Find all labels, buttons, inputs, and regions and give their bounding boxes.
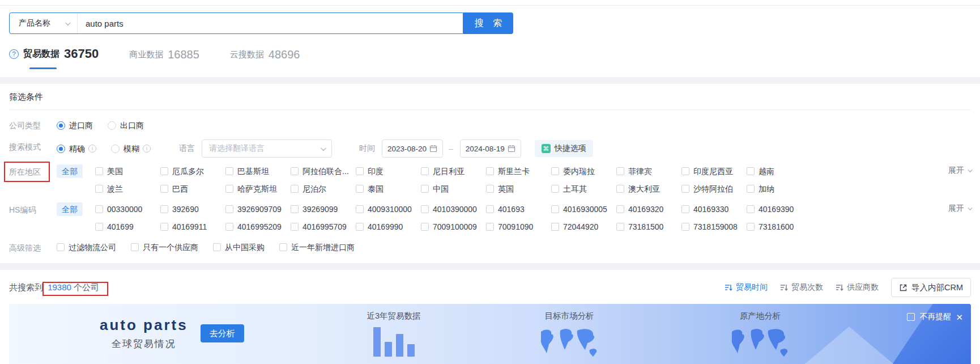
region-checkbox[interactable]: 厄瓜多尔: [160, 164, 225, 178]
region-checkbox[interactable]: 哈萨克斯坦: [225, 182, 291, 196]
hs-code-all-tag[interactable]: 全部: [57, 202, 83, 216]
search-button[interactable]: 搜 索: [463, 12, 513, 34]
checkbox-icon[interactable]: [747, 205, 755, 213]
hs-code-expand-link[interactable]: 展开: [948, 204, 971, 214]
checkbox-icon[interactable]: [616, 167, 624, 175]
region-checkbox[interactable]: 委内瑞拉: [551, 164, 616, 178]
hs-code-checkbox[interactable]: 3926909709: [225, 202, 291, 216]
radio-exact[interactable]: 精确 i: [57, 141, 96, 156]
hs-code-checkbox[interactable]: 72044920: [551, 220, 616, 234]
radio-importer[interactable]: 进口商: [57, 118, 93, 133]
search-category-select[interactable]: 产品名称: [10, 13, 78, 33]
checkbox-icon[interactable]: [95, 185, 103, 193]
search-input[interactable]: [78, 13, 463, 33]
hs-code-checkbox[interactable]: 40169911: [160, 220, 225, 234]
region-checkbox[interactable]: 土耳其: [551, 182, 616, 196]
hs-code-checkbox[interactable]: 401693: [486, 202, 551, 216]
checkbox-icon[interactable]: [421, 223, 429, 231]
end-date-picker[interactable]: 2024-08-19: [460, 139, 521, 158]
tab-trade-data[interactable]: ? 贸易数据 36750: [9, 46, 99, 61]
checkbox-icon[interactable]: [160, 223, 168, 231]
region-checkbox[interactable]: 印度: [356, 164, 421, 178]
checkbox-icon[interactable]: [616, 223, 624, 231]
close-icon[interactable]: ✕: [956, 313, 963, 321]
region-checkbox[interactable]: 斯里兰卡: [486, 164, 551, 178]
radio-icon[interactable]: [111, 145, 120, 153]
hs-code-checkbox[interactable]: 40169390: [747, 202, 812, 216]
hs-code-checkbox[interactable]: 401699: [95, 220, 160, 234]
checkbox-icon[interactable]: [291, 185, 299, 193]
checkbox-icon[interactable]: [291, 167, 299, 175]
radio-fuzzy[interactable]: 模糊 i: [111, 141, 151, 156]
region-checkbox[interactable]: 越南: [747, 164, 812, 178]
hs-code-checkbox[interactable]: 392690: [160, 202, 225, 216]
region-checkbox[interactable]: 澳大利亚: [616, 182, 681, 196]
region-checkbox[interactable]: 英国: [486, 182, 551, 196]
checkbox-icon[interactable]: [225, 167, 233, 175]
region-all-tag[interactable]: 全部: [57, 164, 83, 178]
checkbox-icon[interactable]: [57, 243, 65, 251]
advanced-checkbox[interactable]: 只有一个供应商: [131, 240, 198, 254]
sort-supplier-count[interactable]: 供应商数: [836, 282, 879, 293]
checkbox-icon[interactable]: [131, 243, 139, 251]
import-crm-button[interactable]: 导入内部CRM: [891, 278, 971, 297]
checkbox-icon[interactable]: [421, 205, 429, 213]
checkbox-icon[interactable]: [291, 205, 299, 213]
dismiss-checkbox[interactable]: [907, 313, 915, 321]
checkbox-icon[interactable]: [681, 185, 689, 193]
checkbox-icon[interactable]: [747, 185, 755, 193]
checkbox-icon[interactable]: [551, 223, 559, 231]
checkbox-icon[interactable]: [95, 205, 103, 213]
hs-code-checkbox[interactable]: 4016995709: [291, 220, 356, 234]
help-icon[interactable]: ?: [9, 49, 19, 59]
hs-code-checkbox[interactable]: 73181600: [747, 220, 812, 234]
checkbox-icon[interactable]: [356, 223, 364, 231]
region-checkbox[interactable]: 尼日利亚: [421, 164, 486, 178]
checkbox-icon[interactable]: [95, 167, 103, 175]
checkbox-icon[interactable]: [95, 223, 103, 231]
hs-code-checkbox[interactable]: 39269099: [291, 202, 356, 216]
checkbox-icon[interactable]: [551, 205, 559, 213]
hs-code-checkbox[interactable]: 4009310000: [356, 202, 421, 216]
checkbox-icon[interactable]: [160, 205, 168, 213]
region-checkbox[interactable]: 波兰: [95, 182, 160, 196]
hs-code-checkbox[interactable]: 40169990: [356, 220, 421, 234]
language-select[interactable]: 请选择翻译语言: [202, 139, 332, 158]
checkbox-icon[interactable]: [356, 167, 364, 175]
region-checkbox[interactable]: 巴西: [160, 182, 225, 196]
checkbox-icon[interactable]: [747, 223, 755, 231]
analyze-button[interactable]: 去分析: [201, 324, 244, 342]
region-checkbox[interactable]: 泰国: [356, 182, 421, 196]
checkbox-icon[interactable]: [160, 185, 168, 193]
hs-code-checkbox[interactable]: 00330000: [95, 202, 160, 216]
checkbox-icon[interactable]: [225, 185, 233, 193]
region-checkbox[interactable]: 印度尼西亚: [681, 164, 747, 178]
start-date-picker[interactable]: 2023-08-20: [382, 139, 443, 158]
checkbox-icon[interactable]: [421, 185, 429, 193]
advanced-checkbox[interactable]: 从中国采购: [213, 240, 265, 254]
checkbox-icon[interactable]: [160, 167, 168, 175]
checkbox-icon[interactable]: [747, 167, 755, 175]
checkbox-icon[interactable]: [681, 205, 689, 213]
hs-code-checkbox[interactable]: 4016930005: [551, 202, 616, 216]
checkbox-icon[interactable]: [486, 223, 494, 231]
radio-selected-icon[interactable]: [57, 145, 65, 153]
hs-code-checkbox[interactable]: 70091090: [486, 220, 551, 234]
checkbox-icon[interactable]: [356, 205, 364, 213]
checkbox-icon[interactable]: [225, 223, 233, 231]
region-expand-link[interactable]: 展开: [948, 166, 971, 176]
radio-selected-icon[interactable]: [57, 121, 65, 130]
region-checkbox[interactable]: 中国: [421, 182, 486, 196]
checkbox-icon[interactable]: [681, 167, 689, 175]
region-checkbox[interactable]: 巴基斯坦: [225, 164, 291, 178]
hs-code-checkbox[interactable]: 7318159008: [681, 220, 747, 234]
region-checkbox[interactable]: 加纳: [747, 182, 812, 196]
hs-code-checkbox[interactable]: 4016995209: [225, 220, 291, 234]
hs-code-checkbox[interactable]: 7009100009: [421, 220, 486, 234]
hs-code-checkbox[interactable]: 40169330: [681, 202, 747, 216]
tab-business-data[interactable]: 商业数据 16885: [129, 48, 199, 61]
quick-options-button[interactable]: ⌘ 快捷选项: [535, 140, 593, 157]
sort-trade-count[interactable]: 贸易次数: [780, 282, 823, 293]
radio-exporter[interactable]: 出口商: [108, 118, 144, 133]
info-icon[interactable]: i: [143, 145, 151, 153]
